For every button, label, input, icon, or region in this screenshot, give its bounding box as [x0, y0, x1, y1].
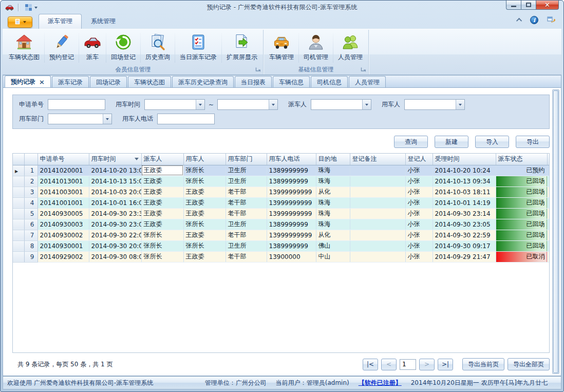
export-button[interactable]: 导出 [516, 136, 550, 148]
vertical-scrollbar[interactable] [552, 89, 559, 374]
ribbon-tab[interactable]: 系统管理 [82, 14, 125, 29]
grid-cell[interactable]: 老干部 [225, 208, 267, 219]
import-button[interactable]: 导入 [475, 136, 509, 148]
row-indicator-cell[interactable] [13, 240, 24, 251]
grid-cell[interactable]: 卫生所 [225, 219, 267, 230]
grid-cell[interactable]: 13900000 [267, 251, 316, 262]
grid-cell[interactable]: 王政委 [141, 208, 183, 219]
grid-cell[interactable]: 1389999999 [267, 219, 316, 230]
grid-cell[interactable]: 20140930002 [37, 230, 89, 240]
grid-cell[interactable]: 2014-09-29 21:47 [433, 251, 496, 262]
ribbon-button[interactable]: 人员管理 [334, 31, 367, 65]
license-link[interactable]: 【软件已注册】 [359, 379, 402, 387]
ribbon-button[interactable]: 车辆管理 [265, 31, 298, 65]
row-number-cell[interactable]: 4 [24, 197, 37, 208]
status-cell[interactable]: 已预约 [496, 165, 547, 176]
column-header[interactable]: 用车部门 [225, 154, 267, 165]
combo-arrow-icon[interactable] [456, 100, 464, 109]
grid-cell[interactable]: 从化 [316, 186, 350, 197]
column-header[interactable]: 申请单号 [37, 154, 89, 165]
grid-cell[interactable]: 王政委 [141, 219, 183, 230]
status-cell[interactable]: 已回场 [496, 176, 547, 186]
grid-cell[interactable]: 王政委 [141, 186, 183, 197]
grid-cell[interactable] [350, 186, 405, 197]
grid-cell[interactable]: 王政委 [183, 186, 225, 197]
row-indicator-cell[interactable] [13, 230, 24, 240]
grid-cell[interactable] [350, 176, 405, 186]
grid-cell[interactable]: 13999999999 [267, 197, 316, 208]
grid-cell[interactable]: 2014-10-13 09:34 [433, 176, 496, 186]
grid-cell[interactable]: 老干部 [225, 197, 267, 208]
query-button[interactable]: 查询 [394, 136, 428, 148]
grid-cell[interactable]: 小张 [405, 230, 433, 240]
column-header[interactable]: 用车人电话 [267, 154, 316, 165]
grid-cell[interactable]: 2014-10-20 10:24 [433, 165, 496, 176]
dialog-launcher-icon[interactable] [361, 67, 366, 72]
grid-cell[interactable]: 老干部 [225, 186, 267, 197]
document-tab[interactable]: 预约记录× [5, 76, 51, 87]
combo-arrow-icon[interactable] [269, 100, 277, 109]
ribbon-button[interactable]: 历史查询 [141, 31, 174, 65]
grid-cell[interactable]: 卫生所 [225, 176, 267, 186]
ribbon-button[interactable]: 车辆状态图 [5, 31, 44, 65]
grid-cell[interactable]: 王政委 [183, 208, 225, 219]
column-header[interactable]: 受理时间 [433, 154, 496, 165]
prev-page-button[interactable]: < [381, 359, 397, 370]
quick-access-toolbar-button[interactable] [23, 3, 39, 12]
grid-cell[interactable]: 2014-09-30 23:30 [89, 208, 141, 219]
grid-cell[interactable]: 张所长 [183, 165, 225, 176]
grid-cell[interactable]: 小张 [405, 176, 433, 186]
document-tab[interactable]: 车辆信息 [273, 76, 310, 87]
row-indicator-cell[interactable]: ▶ [13, 165, 24, 176]
grid-cell[interactable] [350, 197, 405, 208]
grid-cell[interactable]: 20141003001 [37, 186, 89, 197]
document-tab[interactable]: 回场记录 [90, 76, 127, 87]
combo-arrow-icon[interactable] [362, 100, 371, 109]
grid-cell[interactable]: 2014-10-03 18:11 [433, 186, 496, 197]
ribbon-button[interactable]: 派车 [80, 31, 105, 65]
grid-cell[interactable]: 2014-10-01 14:19 [433, 197, 496, 208]
grid-cell[interactable]: 小张 [405, 208, 433, 219]
grid-cell[interactable]: 2014-10-03 20:00 [89, 186, 141, 197]
grid-cell[interactable]: 老干部 [225, 230, 267, 240]
status-cell[interactable]: 已回场 [496, 186, 547, 197]
column-header[interactable]: 派车人 [141, 154, 183, 165]
row-indicator-cell[interactable] [13, 219, 24, 230]
grid-cell[interactable] [350, 165, 405, 176]
dialog-launcher-icon[interactable] [255, 67, 261, 72]
column-header[interactable]: 用车时间 [89, 154, 141, 165]
column-header[interactable]: 登记备注 [350, 154, 405, 165]
grid-cell[interactable]: 张所长 [183, 219, 225, 230]
grid-cell[interactable]: 2014-09-30 22:00 [89, 230, 141, 240]
status-cell[interactable]: 已回场 [496, 230, 547, 240]
document-tab[interactable]: 人员管理 [349, 76, 386, 87]
grid-cell[interactable]: 2014-09-30 09:17 [433, 240, 496, 251]
status-cell[interactable]: 已回场 [496, 219, 547, 230]
row-indicator-cell[interactable] [13, 208, 24, 219]
last-page-button[interactable]: >| [438, 359, 453, 370]
row-number-cell[interactable]: 2 [24, 176, 37, 186]
grid-cell[interactable]: 王政委 [141, 165, 183, 176]
column-header[interactable]: 用车人 [183, 154, 225, 165]
dispatcher-combo[interactable] [311, 99, 371, 110]
order-no-input[interactable] [48, 99, 105, 110]
column-header[interactable]: 派车状态 [496, 154, 547, 165]
grid-cell[interactable]: 13999999999 [267, 208, 316, 219]
row-number-cell[interactable]: 6 [24, 219, 37, 230]
grid-cell[interactable] [350, 219, 405, 230]
grid-cell[interactable]: 王政委 [183, 197, 225, 208]
grid-cell[interactable]: 2014-09-30 23:14 [433, 208, 496, 219]
switch-window-icon[interactable] [547, 15, 555, 25]
grid-cell[interactable]: 2014-09-30 20:00 [89, 240, 141, 251]
grid-cell[interactable]: 珠海 [316, 208, 350, 219]
grid-cell[interactable] [350, 240, 405, 251]
grid-cell[interactable]: 20140930003 [37, 219, 89, 230]
grid-cell[interactable]: 张所长 [183, 240, 225, 251]
first-page-button[interactable]: |< [363, 359, 378, 370]
ribbon-button[interactable]: 当日派车记录 [176, 31, 221, 65]
minimize-button[interactable] [506, 0, 521, 10]
close-button[interactable]: ✕ [536, 0, 559, 10]
info-icon[interactable]: i [530, 16, 538, 24]
column-filter-icon[interactable] [135, 158, 139, 160]
grid-cell[interactable]: 2014-10-20 13:00 [89, 165, 141, 176]
